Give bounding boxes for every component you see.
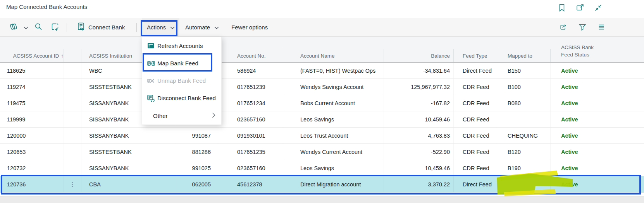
cell-balance: 3,370.22: [384, 176, 454, 192]
chevron-down-icon: [170, 24, 175, 31]
cell-mapped-to: [498, 111, 551, 127]
cell-balance: 10,459.46: [384, 160, 454, 176]
cell-account-id: 120732: [0, 160, 64, 176]
table-row[interactable]: 119475SISSANYBANK017651234Bobs Current A…: [0, 95, 644, 111]
actions-menu-button[interactable]: Actions: [142, 18, 179, 36]
cell-feed-type: Direct Feed: [454, 63, 498, 78]
row-actions-ellipsis: [64, 111, 81, 127]
cell-mapped-to: [498, 176, 551, 192]
cell-balance: -522.90: [384, 144, 454, 160]
toolbar-divider: [136, 23, 137, 32]
row-actions-ellipsis[interactable]: ⋮: [64, 176, 81, 192]
cell-account-id: 119475: [0, 95, 64, 111]
open-in-new-window-icon[interactable]: [576, 4, 584, 12]
page-bottom-strip: [0, 196, 644, 203]
automate-menu-button[interactable]: Automate: [185, 18, 219, 36]
table-row[interactable]: 120732SISSANYBANK991025023657160Leos Sav…: [0, 160, 644, 176]
column-header-account-no[interactable]: Account No.: [220, 49, 285, 62]
menu-item-other[interactable]: Other: [142, 107, 221, 125]
table-row[interactable]: 118625WBC586924(FAST=0, HIST) Westpac Op…: [0, 63, 644, 79]
column-header-account-name[interactable]: Account Name: [285, 49, 384, 62]
table-body: 118625WBC586924(FAST=0, HIST) Westpac Op…: [0, 63, 644, 193]
cell-account-id: 119999: [0, 111, 64, 127]
cell-institution: SISSANYBANK: [81, 160, 176, 176]
column-header-feed-type[interactable]: Feed Type: [454, 49, 498, 62]
cell-feed-type: CDR Feed: [454, 144, 498, 160]
cell-mapped-to: B120: [498, 144, 551, 160]
search-button[interactable]: [34, 18, 43, 36]
automate-label: Automate: [185, 24, 210, 31]
cell-mapped-to: B150: [498, 63, 551, 78]
menu-item-unmap-bank-feed: Unmap Bank Feed: [142, 72, 221, 89]
cell-feed-status: Active: [551, 176, 644, 192]
cell-account-id: 119274: [0, 79, 64, 95]
cell-balance: -167.82: [384, 95, 454, 111]
row-actions-ellipsis: [64, 63, 81, 78]
connect-bank-button[interactable]: Connect Bank: [77, 18, 125, 36]
cell-balance: 125,967,977.32: [384, 79, 454, 95]
cell-feed-status: Active: [551, 144, 644, 160]
column-header-feed-status[interactable]: ACSISS Bank Feed Status: [551, 43, 644, 62]
cell-account-name: Leos Savings: [285, 160, 384, 176]
table-row[interactable]: 120736⋮CBA06200545612378Direct Migration…: [0, 176, 644, 193]
refresh-accounts-icon: [147, 43, 157, 49]
column-header-account-id[interactable]: ACSISS Account ID ↑: [0, 49, 64, 62]
unmap-bank-feed-icon: [147, 78, 157, 84]
cell-feed-status: Active: [551, 79, 644, 95]
row-actions-ellipsis: [64, 160, 81, 176]
cell-feed-status: Active: [551, 95, 644, 111]
window-controls: [558, 4, 602, 12]
sort-ascending-icon: ↑: [61, 53, 64, 59]
cell-account-no: 023657160: [220, 111, 285, 127]
collapse-icon[interactable]: [594, 4, 602, 12]
view-switcher-button[interactable]: [9, 18, 28, 36]
title-bar: Map Connected Bank Accounts: [0, 0, 644, 18]
cell-account-no: 586924: [220, 63, 285, 78]
cell-feed-status: Active: [551, 111, 644, 127]
cell-account-name: Direct Migration account: [285, 176, 384, 192]
cell-account-name: Leos Trust Account: [285, 128, 384, 143]
column-header-mapped-to[interactable]: Mapped to: [498, 49, 551, 62]
menu-item-map-bank-feed[interactable]: Map Bank Feed: [142, 55, 221, 72]
row-actions-ellipsis: [64, 144, 81, 160]
row-actions-ellipsis: [64, 128, 81, 143]
page-title: Map Connected Bank Accounts: [6, 3, 87, 10]
cell-bsb: 991025: [176, 160, 220, 176]
column-header-balance[interactable]: Balance: [384, 49, 454, 62]
cell-feed-status: Active: [551, 128, 644, 143]
share-icon[interactable]: [560, 23, 567, 31]
cell-mapped-to: B100: [498, 79, 551, 95]
cell-account-name: Bobs Current Account: [285, 95, 384, 111]
connect-bank-icon: [77, 22, 86, 32]
cell-institution: SISSTESTBANK: [81, 144, 176, 160]
edit-list-button[interactable]: [51, 18, 59, 36]
cell-mapped-to: B080: [498, 95, 551, 111]
column-header-row-actions: [64, 49, 81, 62]
cell-feed-type: CDR Feed: [454, 79, 498, 95]
filter-icon[interactable]: [579, 23, 586, 31]
table-row[interactable]: 120653SISSTESTBANK881286017651235Wendys …: [0, 144, 644, 160]
cell-account-no: 023657160: [220, 160, 285, 176]
table-row[interactable]: 119274SISSTESTBANK017651239Wendys Saving…: [0, 79, 644, 95]
cell-feed-status: Active: [551, 63, 644, 78]
table-header: ACSISS Account ID ↑ ACSISS Institution A…: [0, 37, 644, 63]
disconnect-bank-feed-icon: [147, 95, 157, 102]
cell-account-no: 45612378: [220, 176, 285, 192]
menu-item-refresh-accounts[interactable]: Refresh Accounts: [142, 37, 221, 55]
cell-feed-status: Active: [551, 160, 644, 176]
list-view-icon[interactable]: [598, 23, 605, 31]
cell-account-id[interactable]: 120736: [0, 176, 64, 192]
fewer-options-button[interactable]: Fewer options: [231, 18, 268, 36]
menu-item-disconnect-bank-feed[interactable]: Disconnect Bank Feed: [142, 89, 221, 107]
table-row[interactable]: 120000SISSANYBANK991087091930101Leos Tru…: [0, 128, 644, 144]
selected-row-id-link[interactable]: 120736: [7, 181, 26, 188]
table-row[interactable]: 119999SISSANYBANK023657160Leos Savings10…: [0, 111, 644, 128]
chevron-down-icon: [24, 24, 28, 31]
cell-account-id: 120653: [0, 144, 64, 160]
row-actions-ellipsis: [64, 79, 81, 95]
actions-label: Actions: [147, 24, 166, 31]
cell-balance: 10,459.46: [384, 111, 454, 127]
cell-feed-type: CDR Feed: [454, 160, 498, 176]
cell-feed-type: CDR Feed: [454, 95, 498, 111]
bookmark-icon[interactable]: [558, 4, 566, 12]
